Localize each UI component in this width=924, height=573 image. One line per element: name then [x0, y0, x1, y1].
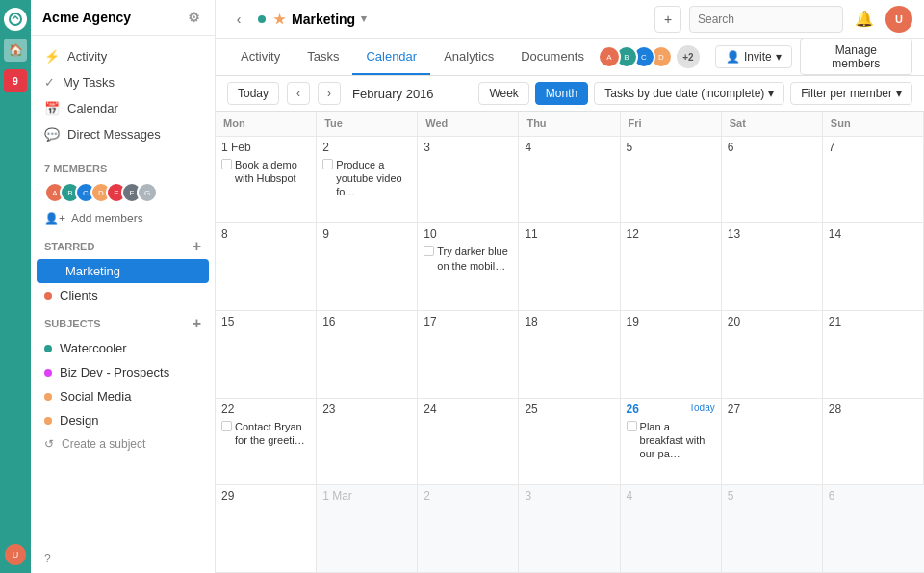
calendar-day[interactable]: 12 [621, 223, 722, 311]
help-button[interactable]: ? [31, 544, 215, 573]
calendar-day[interactable]: 9 [317, 223, 418, 311]
calendar-day[interactable]: 6 [823, 485, 924, 573]
calendar-day[interactable]: 10Try darker blue on the mobil… [418, 223, 519, 311]
calendar-day[interactable]: 21 [823, 311, 924, 399]
calendar-day[interactable]: 2 [418, 485, 519, 573]
calendar-day[interactable]: 3 [519, 485, 620, 573]
calendar-day[interactable]: 20 [722, 311, 823, 399]
month-view-button[interactable]: Month [535, 82, 588, 105]
calendar-day[interactable]: 27 [722, 399, 823, 486]
calendar-day[interactable]: 16 [317, 311, 418, 399]
tasks-filter-button[interactable]: Tasks by due date (incomplete) ▾ [594, 82, 784, 105]
calendar-grid: MonTueWedThuFriSatSun1 FebBook a demo wi… [216, 112, 924, 573]
sidebar-item-activity[interactable]: ⚡ Activity [31, 43, 215, 69]
prev-month-button[interactable]: ‹ [287, 82, 310, 105]
gear-icon[interactable]: ⚙ [184, 8, 203, 27]
subjects-item-social-media[interactable]: Social Media [31, 384, 215, 408]
day-header-mon: Mon [216, 112, 317, 137]
tab-analytics[interactable]: Analytics [430, 39, 507, 75]
calendar-day[interactable]: 19 [621, 311, 722, 399]
sidebar: Acme Agency ⚙ ⚡ Activity ✓ My Tasks 📅 Ca… [31, 0, 216, 573]
calendar-day[interactable]: 4 [519, 137, 620, 224]
svg-point-0 [10, 13, 21, 25]
add-members-label: Add members [71, 212, 143, 225]
filter-per-member-button[interactable]: Filter per member ▾ [790, 82, 912, 105]
list-item[interactable]: Plan a breakfast with our pa… [627, 420, 715, 461]
calendar-day[interactable]: 1 Mar [317, 485, 418, 573]
calendar-day[interactable]: 11 [519, 223, 620, 311]
calendar-day[interactable]: 28 [823, 399, 924, 486]
calendar-day[interactable]: 24 [418, 399, 519, 486]
starred-item-clients[interactable]: Clients [31, 283, 215, 307]
invite-button[interactable]: 👤 Invite ▾ [715, 45, 792, 68]
user-avatar[interactable]: U [886, 6, 912, 33]
home-icon[interactable]: 🏠 [4, 39, 27, 62]
day-number: 1 Mar [322, 489, 411, 503]
list-item[interactable]: Contact Bryan for the greeti… [221, 420, 310, 448]
calendar-day[interactable]: 17 [418, 311, 519, 399]
sidebar-item-my-tasks[interactable]: ✓ My Tasks [31, 69, 215, 95]
calendar-day[interactable]: 18 [519, 311, 620, 399]
calendar-day[interactable]: 3 [418, 137, 519, 224]
week-view-button[interactable]: Week [478, 82, 528, 105]
calendar-day[interactable]: 8 [216, 223, 317, 311]
task-checkbox[interactable] [627, 421, 637, 431]
notifications-button[interactable]: 🔔 [851, 6, 878, 33]
starred-clients-label: Clients [60, 288, 98, 302]
calendar-day[interactable]: 14 [823, 223, 924, 311]
day-number: 18 [525, 315, 613, 328]
tab-tasks[interactable]: Tasks [294, 39, 352, 75]
add-button[interactable]: + [654, 6, 681, 33]
tab-activity[interactable]: Activity [227, 39, 294, 75]
search-input[interactable] [689, 6, 843, 33]
calendar-day[interactable]: 29 [216, 485, 317, 573]
calendar-day[interactable]: 13 [722, 223, 823, 311]
list-item[interactable]: Try darker blue on the mobil… [424, 245, 512, 273]
calendar-day[interactable]: 5 [722, 485, 823, 573]
calendar-day[interactable]: 5 [621, 137, 722, 224]
list-item[interactable]: Produce a youtube video fo… [322, 158, 411, 199]
today-button[interactable]: Today [227, 82, 279, 105]
task-checkbox[interactable] [221, 159, 232, 169]
add-members-button[interactable]: 👤+ Add members [31, 207, 215, 230]
calendar-day[interactable]: 26Plan a breakfast with our pa… [621, 399, 722, 486]
tab-calendar[interactable]: Calendar [352, 39, 430, 75]
day-number: 7 [829, 141, 917, 154]
calendar-day[interactable]: 2Produce a youtube video fo… [317, 137, 418, 224]
calendar-day[interactable]: 7 [823, 137, 924, 224]
starred-add-icon[interactable]: + [192, 238, 201, 255]
day-number: 2 [424, 489, 512, 503]
user-icon[interactable]: U [5, 544, 26, 565]
tab-documents[interactable]: Documents [507, 39, 598, 75]
create-subject-button[interactable]: ↺ Create a subject [31, 432, 215, 456]
subjects-add-icon[interactable]: + [192, 315, 201, 332]
manage-members-button[interactable]: Manage members [800, 39, 912, 75]
space-title[interactable]: ★ Marketing ▾ [273, 12, 367, 27]
sidebar-item-direct-messages[interactable]: 💬 Direct Messages [31, 121, 215, 147]
subjects-item-design[interactable]: Design [31, 408, 215, 432]
calendar-day[interactable]: 15 [216, 311, 317, 399]
day-number: 6 [728, 141, 816, 154]
chevron-down-icon: ▾ [361, 13, 367, 25]
day-number: 2 [322, 141, 411, 154]
calendar-day[interactable]: 1 FebBook a demo with Hubspot [216, 137, 317, 224]
subjects-item-watercooler[interactable]: Watercooler [31, 336, 215, 360]
task-label: Book a demo with Hubspot [235, 158, 310, 186]
notification-dot[interactable]: 9 [4, 69, 27, 92]
starred-item-marketing[interactable]: Marketing [37, 259, 209, 283]
calendar-day[interactable]: 4 [621, 485, 722, 573]
calendar-day[interactable]: 23 [317, 399, 418, 486]
next-month-button[interactable]: › [318, 82, 341, 105]
member-avatars: A B C D [598, 45, 667, 68]
task-checkbox[interactable] [322, 159, 333, 169]
calendar-day[interactable]: 25 [519, 399, 620, 486]
workspace-name: Acme Agency [42, 10, 131, 25]
back-button[interactable]: ‹ [227, 8, 250, 31]
sidebar-item-calendar[interactable]: 📅 Calendar [31, 95, 215, 121]
task-checkbox[interactable] [221, 421, 232, 431]
calendar-day[interactable]: 22Contact Bryan for the greeti… [216, 399, 317, 486]
subjects-item-biz-dev[interactable]: Biz Dev - Prospects [31, 360, 215, 384]
calendar-day[interactable]: 6 [722, 137, 823, 224]
task-checkbox[interactable] [424, 246, 434, 256]
list-item[interactable]: Book a demo with Hubspot [221, 158, 310, 186]
